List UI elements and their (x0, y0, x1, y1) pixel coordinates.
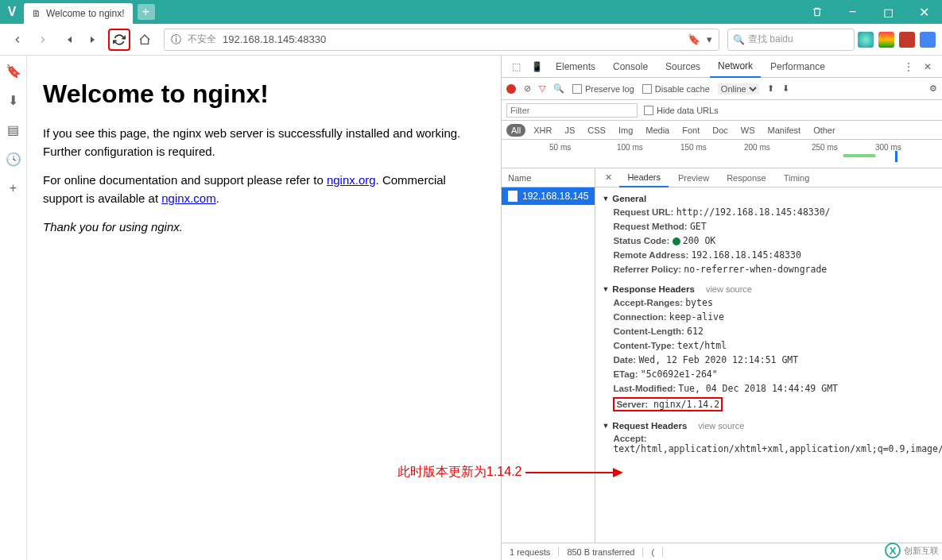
more-icon[interactable]: ⋮ (899, 57, 918, 76)
svg-marker-1 (613, 468, 623, 477)
nginx-com-link[interactable]: nginx.com (161, 191, 215, 205)
type-media[interactable]: Media (641, 124, 674, 137)
add-panel-icon[interactable]: + (10, 181, 17, 195)
watermark: X 创新互联 (885, 543, 939, 558)
page-icon: 🗎 (32, 8, 41, 19)
hide-urls-checkbox[interactable] (644, 106, 653, 115)
url-text: 192.168.18.145:48330 (223, 33, 326, 45)
close-detail-icon[interactable]: ✕ (599, 168, 618, 187)
type-ws[interactable]: WS (736, 124, 760, 137)
response-headers-section[interactable]: ▼Response Headersview source (602, 283, 942, 295)
browser-toolbar: ⓘ 不安全 192.168.18.145:48330 🔖 ▾ 🔍 查找 baid… (0, 24, 942, 56)
type-manifest[interactable]: Manifest (763, 124, 806, 137)
tab-preview[interactable]: Preview (670, 168, 717, 187)
request-headers-section[interactable]: ▼Request Headersview source (602, 419, 942, 432)
inspect-icon[interactable]: ⬚ (506, 57, 525, 76)
translate-icon[interactable] (920, 32, 936, 48)
new-tab-button[interactable]: + (138, 4, 155, 20)
devtools-tabs: ⬚ 📱 Elements Console Sources Network Per… (502, 56, 942, 78)
tab-response[interactable]: Response (719, 168, 774, 187)
filter-row: Hide data URLs (502, 100, 942, 121)
extension-icon[interactable] (878, 32, 894, 48)
intro-text: If you see this page, the nginx web serv… (43, 125, 485, 160)
timeline[interactable]: 50 ms 100 ms 150 ms 200 ms 250 ms 300 ms (502, 140, 942, 168)
notes-icon[interactable]: ▤ (7, 122, 19, 137)
back-button[interactable] (6, 29, 29, 51)
tab-console[interactable]: Console (605, 56, 656, 78)
tab-network[interactable]: Network (710, 56, 761, 78)
minimize-button[interactable]: − (835, 0, 870, 24)
stop-icon[interactable]: ⊘ (524, 83, 531, 94)
preserve-checkbox[interactable] (572, 84, 582, 94)
trash-icon[interactable] (799, 0, 835, 24)
bookmarks-icon[interactable]: 🔖 (6, 64, 21, 79)
devtools-close-icon[interactable]: ✕ (918, 57, 937, 76)
annotation-version: 此时版本更新为1.14.2 (397, 464, 625, 481)
name-column-header[interactable]: Name (502, 168, 595, 187)
page-title: Welcome to nginx! (43, 79, 485, 109)
download-icon[interactable]: ⬇ (782, 83, 789, 94)
throttle-select[interactable]: Online (718, 83, 759, 95)
status-dot-icon (673, 238, 680, 245)
type-xhr[interactable]: XHR (529, 124, 556, 137)
bookmark-icon[interactable]: 🔖 (688, 33, 700, 45)
filter-input[interactable] (506, 103, 638, 118)
disable-cache-checkbox[interactable] (642, 84, 652, 94)
links-text: For online documentation and support ple… (43, 172, 485, 207)
watermark-logo-icon: X (885, 543, 901, 558)
tab-headers[interactable]: Headers (619, 168, 669, 187)
maximize-button[interactable]: ◻ (870, 0, 906, 24)
globe-icon[interactable] (858, 32, 874, 48)
page-content: Welcome to nginx! If you see this page, … (27, 56, 501, 560)
devtools-panel: ⬚ 📱 Elements Console Sources Network Per… (501, 56, 942, 560)
tab-elements[interactable]: Elements (548, 56, 603, 78)
search-icon: 🔍 (733, 34, 745, 45)
request-detail: ✕ Headers Preview Response Timing ▼Gener… (595, 168, 942, 543)
nginx-org-link[interactable]: nginx.org (327, 173, 376, 187)
info-icon: ⓘ (171, 33, 181, 47)
settings-icon[interactable]: ⚙ (929, 83, 937, 94)
security-label: 不安全 (188, 33, 216, 46)
arrow-icon (521, 465, 625, 481)
type-font[interactable]: Font (677, 124, 704, 137)
extension-icons (858, 32, 936, 48)
browser-tab[interactable]: 🗎 Welcome to nginx! (24, 3, 133, 24)
download-icon[interactable]: ⬇ (8, 93, 18, 108)
rewind-button[interactable] (57, 29, 79, 51)
title-bar: V 🗎 Welcome to nginx! + − ◻ ✕ (0, 0, 942, 24)
type-js[interactable]: JS (560, 124, 580, 137)
filter-icon[interactable]: ▽ (539, 83, 545, 94)
type-all[interactable]: All (506, 124, 525, 137)
search-icon[interactable]: 🔍 (553, 83, 564, 94)
fast-forward-button[interactable] (83, 29, 105, 51)
sidebar-panel: 🔖 ⬇ ▤ 🕓 + (0, 56, 27, 560)
type-img[interactable]: Img (614, 124, 638, 137)
type-other[interactable]: Other (808, 124, 840, 137)
app-icon: V (0, 0, 24, 24)
upload-icon[interactable]: ⬆ (767, 83, 774, 94)
shield-icon[interactable] (899, 32, 915, 48)
close-button[interactable]: ✕ (906, 0, 942, 24)
request-row[interactable]: 192.168.18.145 (502, 187, 595, 205)
resource-types: All XHR JS CSS Img Media Font Doc WS Man… (502, 121, 942, 140)
request-list: Name 192.168.18.145 (502, 168, 595, 543)
network-controls: ⊘ ▽ 🔍 Preserve log Disable cache Online … (502, 78, 942, 100)
tab-timing[interactable]: Timing (776, 168, 818, 187)
device-icon[interactable]: 📱 (527, 57, 546, 76)
record-button[interactable] (506, 84, 516, 94)
search-placeholder: 查找 baidu (748, 33, 793, 46)
tab-title: Welcome to nginx! (46, 8, 125, 19)
type-doc[interactable]: Doc (707, 124, 733, 137)
general-section[interactable]: ▼General (602, 192, 942, 205)
tab-performance[interactable]: Performance (762, 56, 833, 78)
home-button[interactable] (134, 29, 156, 51)
thanks-text: Thank you for using nginx. (43, 218, 485, 237)
tab-sources[interactable]: Sources (657, 56, 708, 78)
search-box[interactable]: 🔍 查找 baidu (727, 29, 855, 51)
address-bar[interactable]: ⓘ 不安全 192.168.18.145:48330 🔖 ▾ (164, 29, 719, 51)
type-css[interactable]: CSS (583, 124, 611, 137)
reload-button[interactable] (108, 29, 130, 51)
dropdown-icon[interactable]: ▾ (707, 33, 712, 45)
forward-button[interactable] (32, 29, 54, 51)
history-icon[interactable]: 🕓 (6, 152, 21, 167)
